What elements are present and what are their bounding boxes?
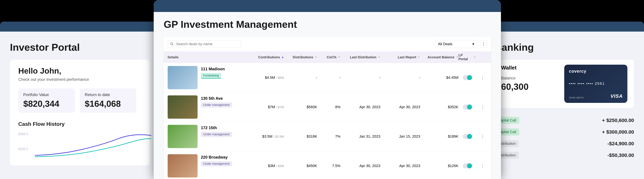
transaction-amount: + $250,600.00 [602, 118, 634, 123]
svg-line-1 [172, 44, 174, 46]
cell-distributions: $450K [284, 164, 317, 168]
balance-value: 60,300 [501, 82, 528, 92]
investor-portal-title: Investor Portal [10, 42, 150, 53]
chevron-down-icon: ▾ [472, 42, 474, 46]
lp-portal-toggle[interactable] [463, 164, 472, 168]
cell-coc: 8% [317, 105, 340, 109]
row-more-button[interactable]: ⋮ [476, 104, 489, 110]
wallet-card: Wallet Balance 60,300 covercy •••• •••• … [494, 60, 634, 108]
transaction-row[interactable]: Capital Call + $300,000.00 [494, 126, 634, 138]
deals-toolbar: All Deals ▾ ⋮ [164, 37, 491, 51]
metric-return-to-date: Return to date $164,068 [80, 88, 136, 113]
transactions-list: Capital Call + $250,600.00 Capital Call … [494, 114, 634, 161]
cell-balance: $126K [420, 164, 458, 168]
lp-portal-toggle[interactable] [463, 134, 472, 139]
deal-name: 172 15th [201, 126, 232, 130]
transaction-amount: + $300,000.00 [602, 129, 634, 135]
cell-distributions: - [284, 76, 317, 80]
deal-thumbnail[interactable] [168, 66, 198, 89]
col-contributions[interactable]: Contributions▲ [238, 55, 284, 59]
deal-status-badge: Under management [201, 161, 232, 166]
col-lp-portal[interactable]: LP Portal▼ [458, 53, 476, 61]
deal-name: 220 Broadway [201, 155, 232, 160]
cell-last-distribution: - [340, 76, 380, 80]
greeting-text: Hello John, [18, 66, 141, 76]
col-last-distribution[interactable]: Last Distribution▼ [340, 55, 380, 59]
cell-last-report: Apr 30, 2023 [380, 105, 420, 109]
panel-header-bar [154, 0, 501, 12]
col-details: Details [168, 55, 238, 59]
chart-y-tick: $300 k [18, 132, 28, 136]
cell-last-report: Apr 30, 2023 [380, 164, 420, 168]
row-more-button[interactable]: ⋮ [476, 164, 489, 168]
toolbar-more-button[interactable]: ⋮ [480, 40, 487, 48]
cell-contributions: $4.5M / $6M [238, 76, 284, 80]
card-holder-name: JOHN SMITH [569, 96, 584, 99]
investor-portal-panel: Investor Portal Hello John, Check out yo… [0, 22, 160, 179]
deal-row[interactable]: 111 Madison Fundraising $4.5M / $6M - - … [164, 63, 491, 92]
col-distributions[interactable]: Distributions▼ [284, 55, 317, 59]
lp-portal-toggle[interactable] [463, 75, 472, 80]
deal-name: 111 Madison [201, 67, 225, 71]
cell-contributions: $3M / $3M [238, 164, 284, 168]
col-account-balance[interactable]: Account Balance▼ [420, 55, 458, 59]
cash-flow-chart: $300 k $200 k [18, 132, 141, 159]
cell-last-distribution: Apr 30, 2023 [340, 164, 380, 168]
search-input[interactable] [176, 42, 238, 46]
deal-name: 130 5th Ave [201, 96, 232, 101]
transaction-row[interactable]: Distribution -$50,300.00 [494, 150, 634, 161]
deal-row[interactable]: 220 Broadway Under management $3M / $3M … [164, 151, 491, 179]
metric-label: Portfolio Value [23, 92, 70, 97]
cell-coc: 7.5% [317, 164, 340, 168]
cell-distributions: $560K [284, 105, 317, 109]
gp-management-panel: GP Investment Management All Deals ▾ ⋮ D… [154, 0, 501, 179]
greeting-subtitle: Check out your investment performance [18, 77, 141, 82]
sort-icon: ▼ [418, 56, 420, 59]
search-icon [170, 42, 174, 46]
sort-icon: ▼ [378, 56, 380, 59]
deal-row[interactable]: 172 15th Under management $3.5M / $3.5M … [164, 122, 491, 151]
search-box[interactable] [168, 40, 241, 48]
filter-label: All Deals [438, 42, 452, 46]
deals-card: All Deals ▾ ⋮ Details Contributions▲ Dis… [164, 37, 491, 179]
cell-last-distribution: Jan 31, 2023 [340, 134, 380, 138]
deal-thumbnail[interactable] [168, 125, 198, 148]
row-more-button[interactable]: ⋮ [476, 75, 489, 80]
deal-row[interactable]: 130 5th Ave Under management $7M / $7M $… [164, 92, 491, 122]
svg-point-0 [171, 43, 173, 45]
col-coc[interactable]: CoC%▼ [317, 55, 340, 59]
lp-portal-toggle[interactable] [463, 104, 472, 110]
deal-thumbnail[interactable] [168, 96, 198, 119]
filter-deals-select[interactable]: All Deals ▾ [435, 40, 477, 48]
metric-value: $820,344 [23, 99, 70, 109]
payment-card[interactable]: covercy •••• •••• •••• 2561 JOHN SMITH V… [564, 65, 628, 103]
row-more-button[interactable]: ⋮ [476, 134, 489, 139]
cell-balance: $189K [420, 134, 458, 138]
wallet-title: Wallet [501, 65, 528, 71]
panel-header-bar [484, 22, 644, 32]
cell-balance: $4.45M [420, 76, 458, 80]
chart-title: Cash Flow History [18, 121, 141, 127]
transaction-row[interactable]: Capital Call + $250,600.00 [494, 114, 634, 126]
transaction-row[interactable]: Distribution -$24,900.00 [494, 138, 634, 150]
cell-last-report: Jan 15, 2023 [380, 134, 420, 138]
deal-thumbnail[interactable] [168, 154, 198, 178]
metric-portfolio-value: Portfolio Value $820,344 [18, 88, 75, 113]
visa-logo: VISA [610, 93, 623, 99]
cell-coc: 7% [317, 134, 340, 138]
transaction-amount: -$24,900.00 [608, 141, 634, 146]
cell-contributions: $7M / $7M [238, 105, 284, 109]
sort-icon: ▼ [338, 56, 340, 59]
panel-header-bar [0, 22, 160, 32]
balance-label: Balance [501, 76, 528, 80]
deal-status-badge: Fundraising [201, 73, 221, 78]
metric-value: $164,068 [85, 99, 131, 109]
sort-icon: ▼ [314, 56, 317, 59]
sort-icon: ▼ [456, 56, 458, 59]
card-number: •••• •••• •••• 2561 [569, 82, 623, 86]
deal-status-badge: Under management [201, 132, 232, 137]
deals-header-row: Details Contributions▲ Distributions▼ Co… [164, 51, 491, 63]
col-last-report[interactable]: Last Report▼ [380, 55, 420, 59]
banking-panel: Banking Wallet Balance 60,300 covercy ••… [484, 22, 644, 179]
cell-balance: $352K [420, 105, 458, 109]
